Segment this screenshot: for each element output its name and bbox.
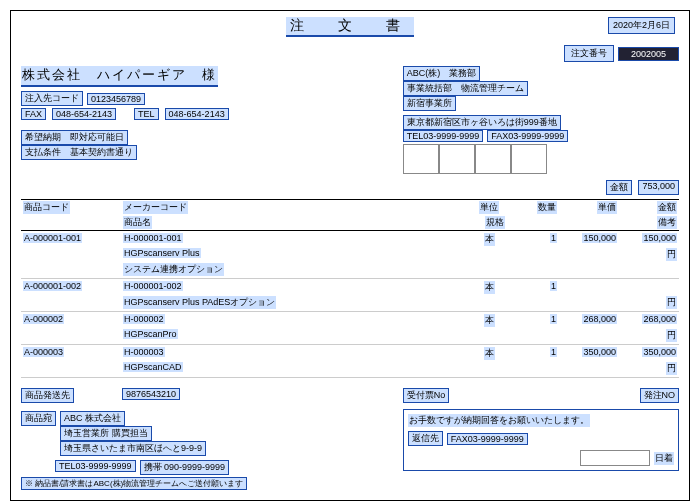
item-amt: 268,000 (642, 314, 677, 324)
item-code: A-000001-001 (23, 233, 82, 243)
item-unit: 本 (484, 347, 495, 360)
item-price: 150,000 (582, 233, 617, 243)
hdr-note: 備考 (657, 216, 677, 229)
item-qty: 1 (550, 281, 557, 291)
reply-fax: FAX03-9999-9999 (447, 433, 528, 445)
doc-date: 2020年2月6日 (608, 17, 675, 34)
desired-delivery: 希望納期 即対応可能日 (21, 130, 128, 145)
payment-terms: 支払条件 基本契約書通り (21, 145, 137, 160)
sender-office: 新宿事業所 (403, 96, 456, 111)
title-row: 注 文 書 2020年2月6日 (21, 17, 679, 37)
item-name: HGPscanPro (123, 329, 178, 339)
item-unit: 本 (484, 314, 495, 327)
order-number-label: 注文番号 (564, 45, 614, 62)
buyer-code-label: 注入先コード (21, 91, 83, 106)
ship-note: ※ 納品書/請求書はABC(株)物流管理チームへご送付願います (21, 477, 247, 490)
table-row: A-000003H-000003本1350,000350,000HGPscanC… (21, 345, 679, 378)
hdr-qty: 数量 (537, 201, 557, 214)
sender-address: 東京都新宿区市ヶ谷いろは街999番地 (403, 115, 561, 130)
item-maker: H-000003 (123, 347, 165, 357)
item-qty: 1 (550, 314, 557, 324)
table-row: A-000002H-000002本1268,000268,000HGPscanP… (21, 312, 679, 345)
reply-to-label: 返信先 (408, 431, 443, 446)
item-name: HGPscanserv Plus PAdESオプション (123, 296, 276, 309)
table-row: A-000001-002H-000001-002本1HGPscanserv Pl… (21, 279, 679, 312)
receipt-order-label: 発注NO (640, 388, 680, 403)
ship-dept: 埼玉営業所 購買担当 (60, 426, 152, 441)
item-price: 350,000 (582, 347, 617, 357)
sender-tel: TEL03-9999-9999 (403, 130, 484, 142)
reply-date-suffix: 日着 (654, 452, 674, 465)
ship-tel: TEL03-9999-9999 (55, 460, 136, 472)
item-unit: 本 (484, 233, 495, 246)
tel-label: TEL (134, 108, 159, 120)
customer-name: 株式会社 ハイパーギア 様 (21, 66, 218, 87)
item-name: HGPscanCAD (123, 362, 183, 372)
item-maker: H-000001-001 (123, 233, 183, 243)
tel-value: 048-654-2143 (165, 108, 229, 120)
item-code: A-000002 (23, 314, 64, 324)
receipt-no-label: 受付票No (403, 388, 450, 403)
stamp-row (403, 144, 679, 174)
item-price: 268,000 (582, 314, 617, 324)
header-grid: 株式会社 ハイパーギア 様 注入先コード 0123456789 FAX 048-… (21, 66, 679, 174)
item-code: A-000003 (23, 347, 64, 357)
sender-fax: FAX03-9999-9999 (487, 130, 568, 142)
reply-msg: お手数ですが納期回答をお願いいたします。 (408, 414, 590, 427)
item-qty: 1 (550, 347, 557, 357)
doc-title: 注 文 書 (286, 17, 414, 37)
order-number-row: 注文番号 2002005 (21, 45, 679, 62)
item-qty: 1 (550, 233, 557, 243)
hdr-unit: 単位 (479, 201, 499, 214)
item-unit: 本 (484, 281, 495, 294)
hdr-code: 商品コード (23, 201, 70, 214)
reply-box: お手数ですが納期回答をお願いいたします。 返信先 FAX03-9999-9999… (403, 409, 679, 471)
ship-code: 9876543210 (122, 388, 180, 400)
buyer-code-value: 0123456789 (87, 93, 145, 105)
hdr-amt: 金額 (657, 201, 677, 214)
item-maker: H-000002 (123, 314, 165, 324)
item-amt: 150,000 (642, 233, 677, 243)
order-number-value: 2002005 (618, 47, 679, 61)
fax-value: 048-654-2143 (52, 108, 116, 120)
sender-dept: 事業統括部 物流管理チーム (403, 81, 528, 96)
ship-to-label: 商品発送先 (21, 388, 74, 403)
amount-row: 金額 753,000 (21, 180, 679, 195)
hdr-maker: メーカーコード (123, 201, 188, 214)
stamp-box (403, 144, 439, 174)
item-note: 円 (666, 362, 677, 375)
customer-block: 株式会社 ハイパーギア 様 注入先コード 0123456789 FAX 048-… (21, 66, 383, 174)
ship-company: ABC 株式会社 (60, 411, 125, 426)
ship-address: 埼玉県さいたま市南区ほへと9-9-9 (60, 441, 206, 456)
item-amt: 350,000 (642, 347, 677, 357)
stamp-box (475, 144, 511, 174)
reply-date-box[interactable] (580, 450, 650, 466)
amount-label: 金額 (606, 180, 632, 195)
purchase-order-page: 注 文 書 2020年2月6日 注文番号 2002005 株式会社 ハイパーギア… (10, 10, 690, 501)
item-note: 円 (666, 296, 677, 309)
item-note: 円 (666, 248, 677, 261)
items-list: A-000001-001H-000001-001本1150,000150,000… (21, 231, 679, 378)
hdr-std: 規格 (485, 216, 505, 229)
ship-goods-label: 商品宛 (21, 411, 56, 426)
table-row: A-000001-001H-000001-001本1150,000150,000… (21, 231, 679, 279)
sender-company: ABC(株) 業務部 (403, 66, 481, 81)
items-header: 商品コード メーカーコード 単位 数量 単価 金額 商品名 規格 備考 (21, 199, 679, 231)
item-std: システム連携オプション (123, 263, 224, 276)
item-maker: H-000001-002 (123, 281, 183, 291)
stamp-box (511, 144, 547, 174)
hdr-name: 商品名 (123, 216, 152, 229)
fax-label: FAX (21, 108, 46, 120)
item-note: 円 (666, 329, 677, 342)
amount-value: 753,000 (638, 180, 679, 195)
reply-block: 受付票No 発注NO お手数ですが納期回答をお願いいたします。 返信先 FAX0… (403, 388, 679, 490)
shipping-block: 商品発送先 9876543210 商品宛 ABC 株式会社 埼玉営業所 購買担当… (21, 388, 383, 490)
stamp-box (439, 144, 475, 174)
bottom-section: 商品発送先 9876543210 商品宛 ABC 株式会社 埼玉営業所 購買担当… (21, 388, 679, 490)
ship-mobile: 携帯 090-9999-9999 (140, 460, 230, 475)
hdr-price: 単価 (597, 201, 617, 214)
sender-block: ABC(株) 業務部 事業統括部 物流管理チーム 新宿事業所 東京都新宿区市ヶ谷… (403, 66, 679, 174)
item-code: A-000001-002 (23, 281, 82, 291)
item-name: HGPscanserv Plus (123, 248, 201, 258)
